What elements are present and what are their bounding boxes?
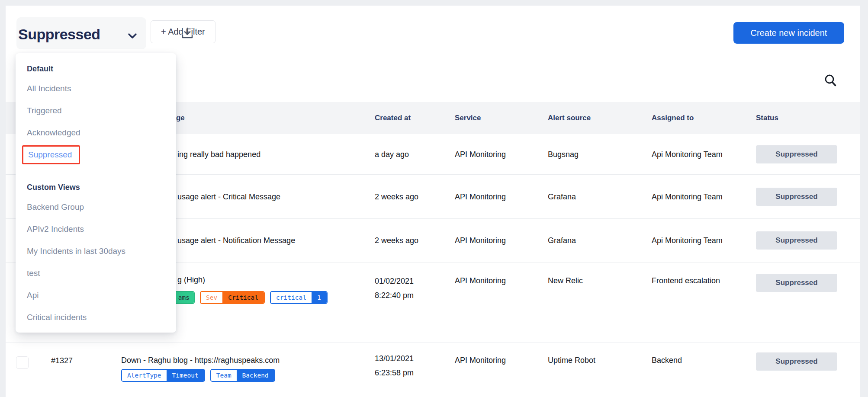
dropdown-item-test[interactable]: test bbox=[16, 262, 176, 284]
column-header-assigned-to: Assigned to bbox=[652, 114, 694, 122]
incidents-page: { "toolbar": { "view_label": "Suppressed… bbox=[0, 0, 868, 397]
dropdown-item-triggered[interactable]: Triggered bbox=[16, 99, 176, 122]
status-cell: Suppressed bbox=[756, 352, 837, 371]
assigned-to: Api Monitoring Team bbox=[652, 192, 723, 201]
dropdown-item-label: Triggered bbox=[27, 106, 62, 115]
service: API Monitoring bbox=[455, 150, 506, 159]
dropdown-item-suppressed[interactable]: Suppressed bbox=[16, 144, 176, 166]
dropdown-item-label: Api bbox=[27, 291, 39, 300]
dropdown-item-label: APIv2 Incidents bbox=[27, 224, 84, 234]
created-at-line: 13/01/2021 bbox=[375, 352, 414, 366]
tag-key: Sev bbox=[201, 292, 222, 303]
tag-value: Backend bbox=[237, 370, 274, 381]
assigned-to: Backend bbox=[652, 356, 682, 365]
tag-value: 1 bbox=[312, 292, 327, 303]
views-dropdown-menu: DefaultAll IncidentsTriggeredAcknowledge… bbox=[16, 53, 176, 333]
created-at: a day ago bbox=[375, 147, 409, 161]
row-checkbox[interactable] bbox=[16, 356, 29, 369]
service: API Monitoring bbox=[455, 276, 506, 285]
download-icon[interactable] bbox=[181, 26, 194, 40]
column-header-service: Service bbox=[455, 114, 481, 122]
dropdown-item-label: Suppressed bbox=[22, 145, 80, 164]
status-badge: Suppressed bbox=[756, 231, 837, 250]
column-header-alert-source: Alert source bbox=[548, 114, 591, 122]
column-header-status: Status bbox=[756, 114, 778, 122]
dropdown-item-label: All Incidents bbox=[27, 84, 71, 93]
dropdown-item-label: Critical incidents bbox=[27, 313, 87, 322]
column-header-created-at: Created at bbox=[375, 114, 411, 122]
alert-source: Uptime Robot bbox=[548, 356, 595, 365]
incident-message: g (High) bbox=[177, 275, 205, 285]
chevron-down-icon bbox=[127, 32, 138, 39]
dropdown-item-label: Backend Group bbox=[27, 202, 84, 212]
created-at-line: 2 weeks ago bbox=[375, 234, 418, 248]
dropdown-item-my-incidents-in-last-30days[interactable]: My Incidents in last 30days bbox=[16, 240, 176, 262]
created-at-line: 8:22:40 pm bbox=[375, 288, 414, 303]
incident-tag: critical1 bbox=[270, 291, 328, 304]
incident-id: #1327 bbox=[51, 356, 73, 365]
incident-tag: SevCritical bbox=[200, 291, 265, 304]
assigned-to: Api Monitoring Team bbox=[652, 150, 723, 159]
incident-message: usage alert - Critical Message bbox=[177, 192, 280, 201]
tag-key: Team bbox=[211, 370, 237, 381]
created-at-line: 01/02/2021 bbox=[375, 274, 414, 288]
created-at-line: 2 weeks ago bbox=[375, 189, 418, 204]
created-at-line: 6:23:58 pm bbox=[375, 366, 414, 380]
alert-source: New Relic bbox=[548, 276, 583, 285]
created-at: 01/02/20218:22:40 pm bbox=[375, 274, 414, 303]
tag-value: Timeout bbox=[167, 370, 204, 381]
incident-message: usage alert - Notification Message bbox=[177, 236, 295, 245]
alert-source: Grafana bbox=[548, 192, 576, 201]
dropdown-item-critical-incidents[interactable]: Critical incidents bbox=[16, 306, 176, 328]
dropdown-item-api[interactable]: Api bbox=[16, 284, 176, 306]
alert-source: Bugsnag bbox=[548, 150, 579, 159]
status-badge: Suppressed bbox=[756, 145, 837, 163]
status-badge: Suppressed bbox=[756, 274, 837, 292]
status-cell: Suppressed bbox=[756, 274, 837, 292]
assigned-to: Api Monitoring Team bbox=[652, 236, 723, 245]
tag-value: Critical bbox=[222, 292, 264, 303]
dropdown-item-acknowledged[interactable]: Acknowledged bbox=[16, 122, 176, 144]
status-badge: Suppressed bbox=[756, 352, 837, 371]
current-view-title[interactable]: Suppressed bbox=[18, 26, 100, 43]
status-badge: Suppressed bbox=[756, 188, 837, 206]
dropdown-item-label: Acknowledged bbox=[27, 128, 80, 138]
dropdown-item-apiv2-incidents[interactable]: APIv2 Incidents bbox=[16, 218, 176, 240]
incident-tag: TeamBackend bbox=[210, 369, 275, 382]
dropdown-section-heading: Default bbox=[16, 60, 176, 77]
status-cell: Suppressed bbox=[756, 145, 837, 163]
incident-message: ing really bad happened bbox=[177, 150, 260, 159]
row-checkbox-cell bbox=[16, 356, 29, 369]
service: API Monitoring bbox=[455, 192, 506, 201]
create-new-incident-button[interactable]: Create new incident bbox=[733, 22, 844, 44]
dropdown-item-label: test bbox=[27, 269, 40, 278]
search-button[interactable] bbox=[823, 73, 841, 90]
created-at: 13/01/20216:23:58 pm bbox=[375, 352, 414, 380]
status-cell: Suppressed bbox=[756, 188, 837, 206]
service: API Monitoring bbox=[455, 356, 506, 365]
service: API Monitoring bbox=[455, 236, 506, 245]
status-cell: Suppressed bbox=[756, 231, 837, 250]
incident-row[interactable]: #1327Down - Raghu blog - https://raghusp… bbox=[6, 343, 860, 397]
dropdown-section-heading: Custom Views bbox=[16, 179, 176, 196]
tag-key: critical bbox=[271, 292, 312, 303]
incident-tags: AlertTypeTimeoutTeamBackend bbox=[121, 369, 275, 382]
dropdown-item-backend-group[interactable]: Backend Group bbox=[16, 196, 176, 218]
assigned-to: Frontend escalation bbox=[652, 276, 720, 285]
created-at: 2 weeks ago bbox=[375, 234, 418, 248]
incident-message: Down - Raghu blog - https://raghuspeaks.… bbox=[121, 356, 280, 365]
tag-key: AlertType bbox=[122, 370, 167, 381]
dropdown-item-all-incidents[interactable]: All Incidents bbox=[16, 77, 176, 99]
created-at-line: a day ago bbox=[375, 147, 409, 161]
alert-source: Grafana bbox=[548, 236, 576, 245]
created-at: 2 weeks ago bbox=[375, 189, 418, 204]
dropdown-item-label: My Incidents in last 30days bbox=[27, 247, 125, 256]
incident-tag: AlertTypeTimeout bbox=[121, 369, 205, 382]
incident-tags: amsSevCriticalcritical1 bbox=[157, 291, 328, 304]
